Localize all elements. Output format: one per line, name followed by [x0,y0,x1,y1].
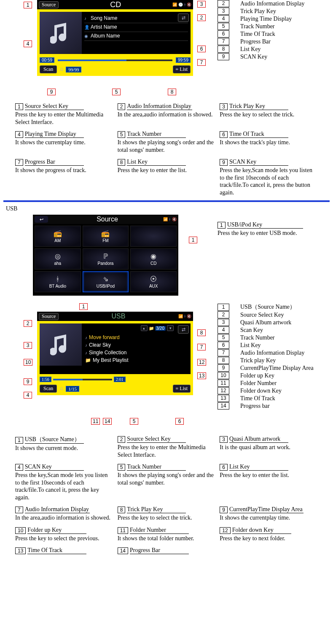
source-label: AUX [149,284,158,288]
desc-item: 3Trick Play KeyPress the key to select t… [220,103,318,126]
item-icon: ♪ [85,343,87,348]
source-cell[interactable]: ⇘USB/iPod [83,271,129,292]
source-cell[interactable]: ᚼBT Audio [35,271,81,292]
source-cell[interactable]: ◉CD [130,248,177,269]
track-icon: ♫ [59,66,63,73]
legend-num: 1 [218,304,229,311]
desc-item: 6Time Of TrackIt shows the track's play … [220,131,318,154]
desc-title: Trick Play Key [229,103,288,110]
callout-u7: 7 [197,344,206,350]
source-cell[interactable]: 📻FM [83,226,129,247]
desc-title: Time Of Track [229,131,288,138]
desc-title: Track Number [127,463,186,471]
desc-item: 7Audio Information DisplayIn the area,au… [15,506,113,522]
source-icon: 📻 [54,229,62,237]
scan-button[interactable]: Scan [40,385,57,393]
desc-body: It shows the playing song's order and th… [118,472,216,486]
source-cell[interactable] [130,226,177,247]
legend-row: 9CurrentPlayTime Display Area [218,364,314,372]
album-name: Album Name [91,33,120,39]
legend-row: 13Time Of Track [218,395,314,402]
desc-num: 11 [118,527,128,534]
folder-up-button[interactable]: ▴ [141,325,148,331]
source-icon: ◉ [150,252,156,260]
desc-item: 9CurrentPlayTime Display AreaIt shows th… [220,506,318,522]
source-label: USB/iPod [97,284,115,288]
cd-desc-grid: 1Source Select KeyPress the key to enter… [3,103,330,196]
source-cell[interactable]: ℙPandora [83,248,129,269]
trick-play-button[interactable]: ⇄ [178,13,189,22]
desc-title: Progress Bar [25,159,84,166]
callout-u10: 10 [24,359,32,366]
artist-icon: 👤 [84,25,89,30]
back-button[interactable]: ↩ [35,216,48,223]
item-label: Clear Sky [89,342,111,348]
source-button[interactable]: Source [39,1,59,8]
legend-text: Scan Key [240,327,263,334]
desc-title: Trick Play Key [127,506,186,513]
desc-body: It shows the total folder number. [118,535,216,542]
album-icon: ◉ [84,34,89,38]
usb-legend: 1USB（Source Name）2Source Select Key3Quas… [218,303,314,410]
desc-item: 4SCAN KeyPress the key,Scan mode lets yo… [15,463,113,501]
source-cell[interactable]: ◎aha [35,248,81,269]
source-button[interactable]: Source [39,313,59,320]
usb-heading: USB [6,205,330,212]
scan-button[interactable]: Scan [40,65,57,73]
callout-u14: 14 [103,418,112,425]
legend-num: 2 [218,311,229,318]
legend-row: 1USB（Source Name） [218,303,314,311]
desc-body: Press the key,Scan mode lets you listen … [220,167,318,196]
desc-title: Source Select Key [25,103,84,110]
list-button[interactable]: ≡List [173,385,191,393]
legend-row: 14Progress bar [218,402,314,410]
legend-text: Progress bar [240,403,270,410]
desc-item: 1USB（Source Name）It shows the current mo… [15,436,113,458]
source-label: Pandora [98,261,114,266]
legend-row: 11Folder Number [218,380,314,387]
usb-player-figure: Source USB 📶 ᚼ 🔇 ▴ 📁 3/20 ▾ ♪Move forwar… [37,312,193,395]
desc-num: 2 [118,436,126,443]
legend-text: Track Number [240,334,275,341]
desc-num: 13 [15,547,26,554]
song-icon: ♪ [84,16,89,21]
source-label: AM [54,238,61,243]
legend-row: 4Scan Key [218,326,314,334]
legend-row: 9SCAN Key [218,53,304,60]
trick-play-button[interactable]: ⇄ [178,325,189,334]
play-time: 1:56 [40,377,51,382]
list-item[interactable]: 📁My Best Playlist [85,356,187,364]
list-item[interactable]: ♪Single Collection [85,349,187,356]
desc-title: Audio Information Display [25,506,90,513]
list-item[interactable]: ♪Clear Sky [85,341,187,349]
note-title: USB/iPod Key [227,221,303,229]
desc-num: 5 [118,131,126,138]
desc-num: 3 [220,436,228,443]
folder-down-button[interactable]: ▾ [167,325,174,331]
play-time: 00:59 [40,57,54,63]
progress-bar[interactable] [53,379,112,380]
list-button[interactable]: ≡List [173,65,191,73]
source-icon: ◎ [55,252,61,260]
source-cell[interactable]: ⦿AUX [130,271,177,292]
legend-text: Time Of Track [240,395,275,402]
legend-text: Folder up Key [240,372,274,379]
usb-desc-grid: 1USB（Source Name）It shows the current mo… [3,436,330,555]
legend-text: Quasi Album artwork [240,319,291,326]
list-item[interactable]: ♪Move forward [85,334,187,341]
desc-title: USB（Source Name） [25,436,84,444]
desc-body: Press the key to select the trick. [118,514,216,522]
desc-num: 8 [118,159,126,166]
desc-num: 10 [15,527,26,534]
source-cell[interactable]: 📻AM [35,226,81,247]
track-number: 99/99 [66,67,81,73]
progress-bar[interactable] [58,59,172,61]
track-icon: ♫ [59,385,63,392]
desc-num: 9 [220,507,228,513]
section-divider [3,200,330,202]
status-icons: 📶 ᚼ 🔇 [163,217,177,221]
desc-title: Folder up Key [27,527,86,534]
callout-2: 2 [197,14,206,21]
desc-item: 9SCAN KeyPress the key,Scan mode lets yo… [220,159,318,196]
callout-1: 1 [24,2,32,8]
